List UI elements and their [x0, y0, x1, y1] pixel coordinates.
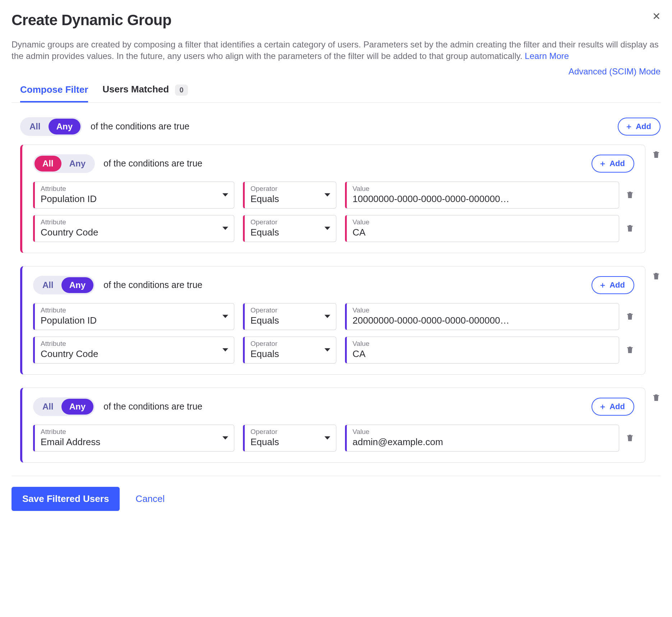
value-input[interactable]: Valueadmin@example.com	[345, 425, 619, 452]
group-all-any-toggle[interactable]: All Any	[33, 276, 95, 294]
cancel-link[interactable]: Cancel	[135, 493, 165, 504]
trash-icon[interactable]	[652, 393, 661, 403]
trash-icon[interactable]	[652, 271, 661, 281]
condition-row: AttributeEmail Address OperatorEquals Va…	[33, 425, 634, 452]
footer: Save Filtered Users Cancel	[11, 476, 661, 511]
field-label: Operator	[250, 218, 331, 226]
root-all-any-toggle[interactable]: All Any	[20, 117, 82, 136]
condition-row: AttributeCountry Code OperatorEquals Val…	[33, 215, 634, 242]
chevron-down-icon	[325, 227, 330, 230]
field-label: Attribute	[41, 340, 229, 348]
field-value: Country Code	[41, 227, 229, 238]
condition-suffix: of the conditions are true	[103, 401, 202, 412]
root-add-button[interactable]: ＋Add	[618, 118, 661, 136]
plus-icon: ＋	[625, 121, 633, 132]
close-icon[interactable]: ✕	[652, 12, 661, 22]
field-value: Email Address	[41, 437, 229, 448]
plus-icon: ＋	[599, 401, 607, 412]
save-button[interactable]: Save Filtered Users	[11, 487, 120, 511]
chevron-down-icon	[222, 348, 228, 352]
tab-users-matched[interactable]: Users Matched 0	[102, 84, 188, 103]
toggle-all[interactable]: All	[34, 277, 61, 293]
chevron-down-icon	[325, 193, 330, 197]
field-value: Equals	[250, 193, 331, 205]
condition-row: AttributePopulation ID OperatorEquals Va…	[33, 303, 634, 330]
tab-compose-filter[interactable]: Compose Filter	[20, 84, 88, 102]
group-add-button[interactable]: ＋Add	[592, 155, 634, 173]
value-input[interactable]: ValueCA	[345, 337, 619, 364]
trash-icon[interactable]	[626, 223, 634, 233]
condition-row: AttributePopulation ID OperatorEquals Va…	[33, 182, 634, 209]
chevron-down-icon	[325, 315, 330, 318]
attribute-select[interactable]: AttributeEmail Address	[33, 425, 234, 452]
attribute-select[interactable]: AttributePopulation ID	[33, 303, 234, 330]
group-add-button[interactable]: ＋Add	[592, 276, 634, 294]
toggle-all[interactable]: All	[34, 399, 61, 415]
chevron-down-icon	[222, 437, 228, 440]
field-value: Population ID	[41, 193, 229, 205]
condition-group-card: All Any of the conditions are true ＋Add …	[20, 145, 645, 253]
field-label: Attribute	[41, 428, 229, 436]
field-label: Value	[353, 428, 614, 436]
chevron-down-icon	[222, 193, 228, 197]
field-label: Value	[353, 306, 614, 314]
field-value: Country Code	[41, 348, 229, 360]
group-all-any-toggle[interactable]: All Any	[33, 397, 95, 416]
operator-select[interactable]: OperatorEquals	[243, 303, 336, 330]
toggle-all[interactable]: All	[34, 156, 61, 172]
add-label: Add	[609, 280, 625, 290]
operator-select[interactable]: OperatorEquals	[243, 425, 336, 452]
condition-suffix: of the conditions are true	[91, 121, 189, 132]
value-input[interactable]: Value10000000-0000-0000-0000-000000…	[345, 182, 619, 209]
operator-select[interactable]: OperatorEquals	[243, 337, 336, 364]
attribute-select[interactable]: AttributeCountry Code	[33, 337, 234, 364]
operator-select[interactable]: OperatorEquals	[243, 215, 336, 242]
trash-icon[interactable]	[626, 345, 634, 355]
condition-group-card: All Any of the conditions are true ＋Add …	[20, 266, 645, 375]
attribute-select[interactable]: AttributeCountry Code	[33, 215, 234, 242]
condition-group-card: All Any of the conditions are true ＋Add …	[20, 388, 645, 463]
group-add-button[interactable]: ＋Add	[592, 398, 634, 416]
value-input[interactable]: ValueCA	[345, 215, 619, 242]
field-label: Value	[353, 185, 614, 193]
trash-icon[interactable]	[652, 150, 661, 160]
operator-select[interactable]: OperatorEquals	[243, 182, 336, 209]
field-label: Operator	[250, 428, 331, 436]
chevron-down-icon	[325, 348, 330, 352]
toggle-any[interactable]: Any	[61, 399, 93, 415]
toggle-any[interactable]: Any	[61, 277, 93, 293]
trash-icon[interactable]	[626, 190, 634, 200]
attribute-select[interactable]: AttributePopulation ID	[33, 182, 234, 209]
field-value: Equals	[250, 315, 331, 326]
condition-suffix: of the conditions are true	[103, 280, 202, 290]
condition-suffix: of the conditions are true	[103, 158, 202, 169]
condition-group: All Any of the conditions are true ＋Add …	[20, 388, 661, 463]
chevron-down-icon	[222, 227, 228, 230]
toggle-any[interactable]: Any	[49, 119, 80, 134]
field-value: Equals	[250, 348, 331, 360]
condition-row: AttributeCountry Code OperatorEquals Val…	[33, 337, 634, 364]
learn-more-link[interactable]: Learn More	[525, 51, 569, 61]
page-title: Create Dynamic Group	[11, 12, 171, 29]
field-label: Value	[353, 340, 614, 348]
field-value: Equals	[250, 227, 331, 238]
tabs: Compose Filter Users Matched 0	[11, 84, 661, 103]
advanced-mode-link[interactable]: Advanced (SCIM) Mode	[569, 67, 661, 76]
toggle-all[interactable]: All	[22, 119, 49, 134]
field-value: CA	[353, 348, 614, 360]
users-matched-count: 0	[175, 84, 188, 96]
chevron-down-icon	[325, 437, 330, 440]
field-label: Operator	[250, 340, 331, 348]
group-all-any-toggle[interactable]: All Any	[33, 154, 95, 173]
tab-users-matched-label: Users Matched	[102, 84, 169, 95]
field-label: Attribute	[41, 185, 229, 193]
value-input[interactable]: Value20000000-0000-0000-0000-000000…	[345, 303, 619, 330]
chevron-down-icon	[222, 315, 228, 318]
toggle-any[interactable]: Any	[61, 156, 93, 172]
plus-icon: ＋	[599, 280, 607, 291]
trash-icon[interactable]	[626, 311, 634, 321]
field-value: 10000000-0000-0000-0000-000000…	[353, 193, 614, 205]
field-value: CA	[353, 227, 614, 238]
trash-icon[interactable]	[626, 433, 634, 443]
condition-group: All Any of the conditions are true ＋Add …	[20, 145, 661, 253]
